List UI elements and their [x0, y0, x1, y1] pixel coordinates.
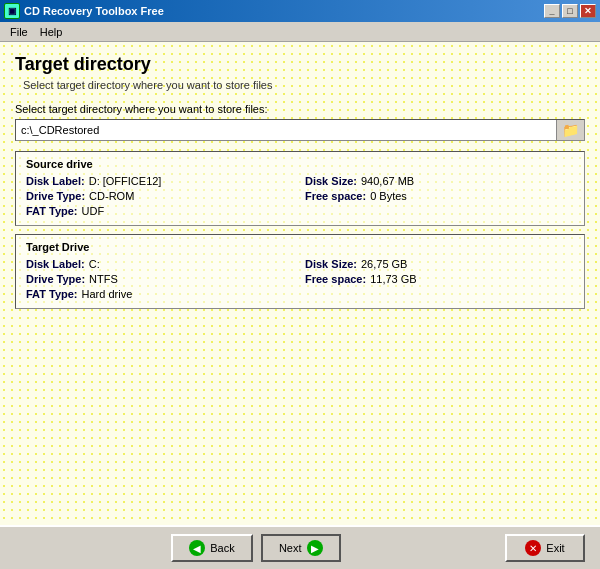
- source-drive-title: Source drive: [26, 158, 574, 170]
- source-drive-type-value: CD-ROM: [89, 190, 134, 202]
- main-content: Target directory Select target directory…: [0, 42, 600, 569]
- target-disk-size-row: Disk Size: 26,75 GB: [305, 258, 574, 270]
- target-disk-label-key: Disk Label:: [26, 258, 85, 270]
- source-free-space-value: 0 Bytes: [370, 190, 407, 202]
- source-disk-label-row: Disk Label: D: [OFFICE12]: [26, 175, 295, 187]
- source-fat-type-row: FAT Type: UDF: [26, 205, 295, 217]
- target-drive-title: Target Drive: [26, 241, 574, 253]
- source-fat-type-value: UDF: [82, 205, 105, 217]
- window-title: CD Recovery Toolbox Free: [24, 5, 164, 17]
- source-fat-type-key: FAT Type:: [26, 205, 78, 217]
- bottom-bar: ◀ Back Next ▶ ✕ Exit: [0, 525, 600, 569]
- target-free-space-row: Free space: 11,73 GB: [305, 273, 574, 285]
- source-disk-size-value: 940,67 MB: [361, 175, 414, 187]
- back-button[interactable]: ◀ Back: [171, 534, 252, 562]
- target-free-space-value: 11,73 GB: [370, 273, 416, 285]
- target-disk-label-row: Disk Label: C:: [26, 258, 295, 270]
- target-fat-type-key: FAT Type:: [26, 288, 78, 300]
- source-drive-type-key: Drive Type:: [26, 190, 85, 202]
- source-disk-label-value: D: [OFFICE12]: [89, 175, 162, 187]
- next-button[interactable]: Next ▶: [261, 534, 341, 562]
- target-drive-type-value: NTFS: [89, 273, 118, 285]
- exit-button[interactable]: ✕ Exit: [505, 534, 585, 562]
- menu-help[interactable]: Help: [34, 24, 69, 40]
- next-label: Next: [279, 542, 302, 554]
- directory-input[interactable]: [16, 121, 556, 139]
- target-disk-label-value: C:: [89, 258, 100, 270]
- source-disk-label-key: Disk Label:: [26, 175, 85, 187]
- target-fat-type-row: FAT Type: Hard drive: [26, 288, 295, 300]
- source-disk-size-row: Disk Size: 940,67 MB: [305, 175, 574, 187]
- source-free-space-row: Free space: 0 Bytes: [305, 190, 574, 202]
- app-icon-text: ▣: [8, 6, 17, 16]
- target-drive-type-row: Drive Type: NTFS: [26, 273, 295, 285]
- title-bar-left: ▣ CD Recovery Toolbox Free: [4, 3, 164, 19]
- browse-button[interactable]: 📁: [556, 120, 584, 140]
- menu-bar: File Help: [0, 22, 600, 42]
- maximize-button[interactable]: □: [562, 4, 578, 18]
- exit-icon: ✕: [525, 540, 541, 556]
- back-label: Back: [210, 542, 234, 554]
- target-disk-size-value: 26,75 GB: [361, 258, 407, 270]
- source-drive-grid: Disk Label: D: [OFFICE12] Disk Size: 940…: [26, 175, 574, 217]
- menu-file[interactable]: File: [4, 24, 34, 40]
- minimize-button[interactable]: _: [544, 4, 560, 18]
- title-bar: ▣ CD Recovery Toolbox Free _ □ ✕: [0, 0, 600, 22]
- target-drive-box: Target Drive Disk Label: C: Disk Size: 2…: [15, 234, 585, 309]
- page-subtitle: Select target directory where you want t…: [15, 79, 585, 91]
- app-icon: ▣: [4, 3, 20, 19]
- source-drive-type-row: Drive Type: CD-ROM: [26, 190, 295, 202]
- directory-input-row: 📁: [15, 119, 585, 141]
- target-drive-grid: Disk Label: C: Disk Size: 26,75 GB Drive…: [26, 258, 574, 300]
- page-title: Target directory: [15, 54, 585, 75]
- folder-icon: 📁: [562, 122, 579, 138]
- target-disk-size-key: Disk Size:: [305, 258, 357, 270]
- section-label: Select target directory where you want t…: [15, 103, 585, 115]
- source-drive-box: Source drive Disk Label: D: [OFFICE12] D…: [15, 151, 585, 226]
- source-disk-size-key: Disk Size:: [305, 175, 357, 187]
- exit-label: Exit: [546, 542, 564, 554]
- target-fat-type-value: Hard drive: [82, 288, 133, 300]
- title-bar-buttons: _ □ ✕: [544, 4, 596, 18]
- target-drive-type-key: Drive Type:: [26, 273, 85, 285]
- close-button[interactable]: ✕: [580, 4, 596, 18]
- target-free-space-key: Free space:: [305, 273, 366, 285]
- next-icon: ▶: [307, 540, 323, 556]
- content-panel: Target directory Select target directory…: [15, 54, 585, 309]
- back-icon: ◀: [189, 540, 205, 556]
- source-free-space-key: Free space:: [305, 190, 366, 202]
